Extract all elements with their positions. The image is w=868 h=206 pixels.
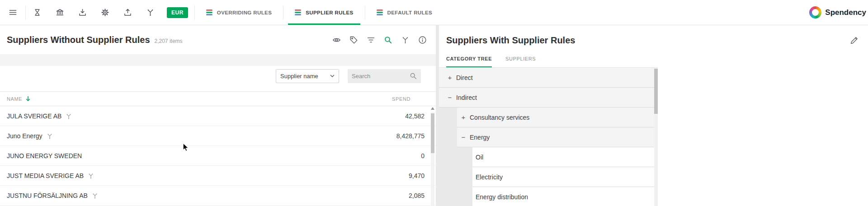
- panel-divider-strip: [0, 54, 436, 66]
- tree-scrollbar[interactable]: [654, 68, 658, 206]
- tree-item-label: Oil: [476, 154, 483, 161]
- rules-icon: [377, 9, 383, 15]
- panel-divider: [436, 25, 439, 206]
- tab-label: DEFAULT RULES: [387, 10, 433, 15]
- search-field-dropdown[interactable]: Supplier name: [276, 69, 339, 83]
- column-label: NAME: [7, 96, 22, 102]
- filter-icon[interactable]: [366, 35, 375, 44]
- tree-item[interactable]: − Indirect: [439, 88, 658, 108]
- column-header-name[interactable]: NAME: [7, 96, 31, 102]
- left-panel-header: Suppliers Without Supplier Rules 2,207 i…: [0, 25, 436, 54]
- supplier-name: JUSTNU FÖRSÄLJNING AB: [7, 192, 88, 199]
- expand-icon[interactable]: +: [461, 113, 466, 121]
- hierarchy-icon: [92, 192, 98, 199]
- supplier-name: JUNO ENERGY SWEDEN: [7, 152, 82, 159]
- rules-icon: [295, 9, 301, 15]
- left-panel-title: Suppliers Without Supplier Rules: [7, 35, 150, 45]
- right-panel-title: Suppliers With Supplier Rules: [446, 35, 575, 46]
- tab-label: SUPPLIER RULES: [306, 10, 353, 15]
- tree-item-label: Consultancy services: [470, 114, 529, 121]
- tab-suppliers[interactable]: SUPPLIERS: [505, 53, 536, 68]
- import-button[interactable]: [71, 0, 94, 25]
- info-icon[interactable]: [418, 35, 427, 44]
- bank-icon: [56, 8, 64, 17]
- table-row[interactable]: JULA SVERIGE AB 42,582: [0, 106, 436, 126]
- left-panel-actions: [332, 35, 427, 44]
- tag-icon[interactable]: [349, 35, 358, 44]
- column-header-spend[interactable]: SPEND: [392, 96, 410, 102]
- tree-item-label: Direct: [456, 74, 473, 81]
- export-button[interactable]: [116, 0, 139, 25]
- tree-item[interactable]: + Direct: [439, 68, 658, 88]
- table-scrollbar[interactable]: [430, 107, 435, 206]
- suppliers-with-rules-panel: Suppliers With Supplier Rules CATEGORY T…: [439, 25, 868, 206]
- hierarchy-icon: [66, 113, 72, 119]
- content-area: Suppliers Without Supplier Rules 2,207 i…: [0, 25, 868, 206]
- supplier-name: JUST MEDIA SVERIGE AB: [7, 172, 84, 179]
- category-tree: + Direct − Indirect + Consultancy servic…: [439, 68, 658, 206]
- collapse-icon[interactable]: −: [461, 133, 466, 141]
- hierarchy-icon: [88, 173, 94, 179]
- edit-pencil-icon[interactable]: [850, 36, 859, 45]
- table-row[interactable]: JUNO ENERGY SWEDEN 0: [0, 146, 436, 166]
- supplier-name: Juno Energy: [7, 132, 42, 140]
- right-panel-tabs: CATEGORY TREE SUPPLIERS: [446, 53, 536, 68]
- visibility-icon[interactable]: [332, 35, 341, 44]
- tab-category-tree[interactable]: CATEGORY TREE: [446, 53, 492, 68]
- rules-icon: [206, 9, 212, 15]
- search-box: [348, 69, 421, 83]
- scroll-up-arrow[interactable]: [431, 107, 434, 110]
- tab-default-rules[interactable]: DEFAULT RULES: [365, 0, 444, 25]
- spend-value: 42,582: [405, 112, 425, 120]
- suppliers-without-rules-panel: Suppliers Without Supplier Rules 2,207 i…: [0, 25, 436, 206]
- tree-item[interactable]: Oil: [472, 147, 658, 167]
- hierarchy-icon: [47, 133, 53, 139]
- scrollbar-thumb[interactable]: [654, 69, 658, 114]
- table-row[interactable]: Juno Energy 8,428,775: [0, 126, 436, 146]
- hamburger-icon: [9, 8, 17, 17]
- expand-icon[interactable]: +: [447, 74, 453, 81]
- table-header: NAME SPEND: [0, 91, 436, 106]
- tree-item-label: Energy: [470, 134, 490, 141]
- sort-desc-icon: [25, 96, 31, 102]
- upload-icon: [123, 8, 132, 17]
- menu-button[interactable]: [0, 0, 25, 25]
- tree-item-label: Electricity: [476, 173, 503, 181]
- spend-value: 0: [421, 152, 425, 159]
- magnifier-icon: [410, 72, 417, 80]
- brand-name: Spendency: [825, 8, 866, 17]
- collapse-icon[interactable]: −: [447, 94, 453, 101]
- tree-item[interactable]: + Consultancy services: [457, 108, 658, 127]
- tab-supplier-rules[interactable]: SUPPLIER RULES: [283, 0, 364, 25]
- spendency-logo-icon: [809, 6, 821, 19]
- top-toolbar: EUR OVERRIDING RULES SUPPLIER RULES DEFA…: [0, 0, 868, 25]
- hourglass-icon: [33, 8, 42, 17]
- search-icon[interactable]: [383, 35, 392, 44]
- chevron-down-icon: [330, 75, 335, 78]
- items-count: 2,207 items: [155, 38, 183, 44]
- supplier-name: JULA SVERIGE AB: [7, 112, 61, 120]
- gear-icon: [101, 8, 109, 17]
- tree-item-label: Energy distribution: [476, 193, 528, 201]
- currency-badge[interactable]: EUR: [167, 7, 188, 18]
- table-row[interactable]: JUST MEDIA SVERIGE AB 9,470: [0, 166, 436, 186]
- hierarchy-icon[interactable]: [401, 35, 410, 44]
- bank-button[interactable]: [48, 0, 71, 25]
- tree-item[interactable]: Electricity: [472, 167, 658, 187]
- brand: Spendency: [809, 6, 868, 19]
- tree-item[interactable]: − Energy: [457, 127, 658, 147]
- spend-value: 8,428,775: [396, 132, 425, 140]
- table-row[interactable]: JUSTNU FÖRSÄLJNING AB 2,085: [0, 186, 436, 206]
- settings-button[interactable]: [94, 0, 116, 25]
- tree-item-label: Indirect: [456, 94, 477, 101]
- spend-value: 9,470: [409, 172, 425, 179]
- scrollbar-thumb[interactable]: [431, 113, 434, 153]
- hourglass-button[interactable]: [26, 0, 48, 25]
- search-input[interactable]: [352, 73, 410, 80]
- hierarchy-button[interactable]: [139, 0, 161, 25]
- hierarchy-icon: [146, 8, 155, 17]
- tab-overriding-rules[interactable]: OVERRIDING RULES: [195, 0, 283, 25]
- tree-item[interactable]: Energy distribution: [472, 187, 658, 206]
- spend-value: 2,085: [409, 192, 425, 199]
- filter-row: Supplier name: [0, 66, 436, 86]
